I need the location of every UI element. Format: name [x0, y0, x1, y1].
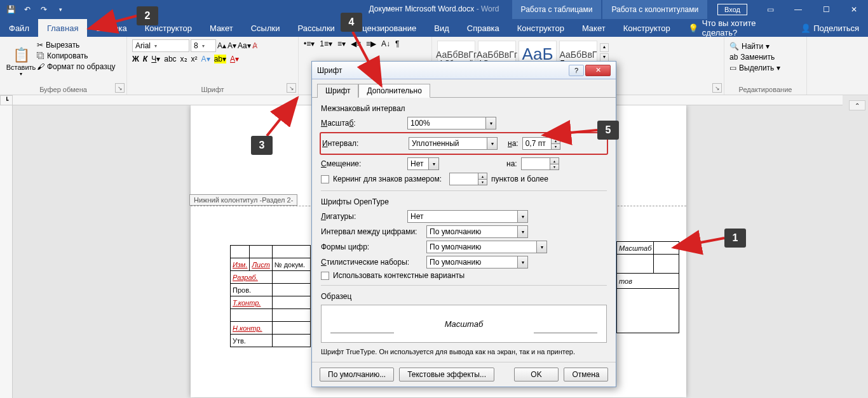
font-dialog-launcher[interactable]: ↘ [287, 83, 296, 93]
copy-button[interactable]: ⿻Копировать [37, 51, 116, 60]
scale-select[interactable]: 100%▾ [407, 117, 496, 129]
replace-icon: ab [729, 53, 738, 62]
close-icon[interactable]: ✕ [840, 0, 868, 19]
replace-button[interactable]: abЗаменить [729, 53, 801, 62]
sign-in-button[interactable]: Вход [717, 4, 747, 15]
position-label: Смещение: [321, 159, 403, 168]
tab-mailings[interactable]: Рассылки [288, 19, 343, 37]
number-forms-label: Формы цифр: [321, 242, 403, 251]
tab-header-design[interactable]: Конструктор [614, 19, 679, 37]
grow-font-icon[interactable]: A▴ [217, 41, 226, 50]
collapse-ribbon-icon[interactable]: ⌃ [849, 100, 865, 110]
strike-button[interactable]: abc [164, 55, 176, 63]
group-label-font: Шрифт [201, 86, 224, 93]
ribbon-tabs: Файл Главная Вставка Конструктор Макет С… [0, 19, 868, 37]
ribbon-options-icon[interactable]: ▭ [756, 0, 784, 19]
clipboard-launcher[interactable]: ↘ [115, 83, 125, 93]
tab-help[interactable]: Справка [458, 19, 508, 37]
callout-4: 4 [341, 13, 362, 32]
contextual-tab-headers[interactable]: Работа с колонтитулами [602, 0, 707, 19]
gost-stamp-right[interactable]: Масштаб тов [616, 241, 679, 333]
title-bar: 💾 ↶ ↷ ▾ Документ Microsoft Word.docx - W… [0, 0, 868, 19]
kerning-label: Кернинг для знаков размером: [333, 175, 442, 183]
contextual-tab-tables[interactable]: Работа с таблицами [512, 0, 602, 19]
text-effects-button[interactable]: Текстовые эффекты... [399, 368, 494, 381]
font-size-combo[interactable]: 8▾ [191, 39, 216, 52]
kerning-checkbox[interactable] [321, 175, 329, 183]
find-button[interactable]: 🔍Найти ▾ [729, 42, 801, 51]
change-case-icon[interactable]: Aa▾ [238, 41, 251, 50]
undo-icon[interactable]: ↶ [20, 3, 34, 17]
kerning-spin[interactable]: ▴▾ [449, 173, 487, 185]
styles-launcher[interactable]: ↘ [712, 83, 722, 93]
show-marks-icon[interactable]: ¶ [395, 39, 399, 48]
format-painter-button[interactable]: 🖌Формат по образцу [37, 62, 116, 71]
cut-button[interactable]: ✂Вырезать [37, 41, 116, 50]
qat-customize-icon[interactable]: ▾ [53, 3, 67, 17]
maximize-icon[interactable]: ☐ [812, 0, 840, 19]
tab-view[interactable]: Вид [425, 19, 458, 37]
ok-button[interactable]: OK [514, 368, 559, 381]
dialog-tab-advanced[interactable]: Дополнительно [358, 84, 430, 98]
footer-section-tag: Нижний колонтитул -Раздел 2- [189, 194, 297, 206]
indent-icon[interactable]: ≡▶ [366, 39, 376, 48]
number-spacing-select[interactable]: По умолчанию▾ [426, 225, 528, 238]
spacing-select[interactable]: Уплотненный▾ [409, 137, 498, 150]
bold-button[interactable]: Ж [132, 55, 139, 63]
contextual-checkbox[interactable] [321, 272, 329, 280]
tell-me-search[interactable]: 💡 Что вы хотите сделать? [679, 19, 792, 37]
tab-references[interactable]: Ссылки [242, 19, 289, 37]
save-icon[interactable]: 💾 [4, 3, 18, 17]
dialog-help-icon[interactable]: ? [569, 65, 584, 76]
dialog-titlebar[interactable]: Шрифт ? ✕ [312, 62, 616, 79]
dialog-close-icon[interactable]: ✕ [585, 65, 611, 76]
stylistic-sets-select[interactable]: По умолчанию▾ [426, 256, 528, 269]
minimize-icon[interactable]: — [784, 0, 812, 19]
position-by-label: на: [506, 159, 517, 168]
cursor-icon: ▭ [729, 63, 736, 72]
tab-layout[interactable]: Макет [201, 19, 242, 37]
redo-icon[interactable]: ↷ [37, 3, 51, 17]
subscript-button[interactable]: x₂ [180, 55, 187, 63]
underline-button[interactable]: Ч▾ [151, 55, 160, 63]
tab-home[interactable]: Главная [38, 19, 87, 37]
share-button[interactable]: 👤 Поделиться [792, 19, 868, 37]
italic-button[interactable]: К [143, 55, 147, 63]
set-default-button[interactable]: По умолчанию... [320, 368, 394, 381]
font-name-combo[interactable]: Arial▾ [132, 39, 189, 52]
cancel-button[interactable]: Отмена [564, 368, 608, 381]
dialog-title-text: Шрифт [317, 66, 342, 75]
dialog-tab-font[interactable]: Шрифт [317, 84, 358, 98]
paste-button[interactable]: 📋 Вставить ▾ [5, 39, 37, 84]
number-forms-select[interactable]: По умолчанию▾ [426, 241, 547, 253]
superscript-button[interactable]: x² [191, 55, 198, 63]
font-color-button[interactable]: A▾ [230, 55, 239, 63]
vertical-ruler[interactable] [0, 105, 13, 398]
ruler-corner[interactable]: ┗ [0, 95, 13, 105]
sort-icon[interactable]: A↓ [381, 39, 390, 48]
select-button[interactable]: ▭Выделить ▾ [729, 63, 801, 72]
styles-up-icon[interactable]: ▴ [600, 43, 609, 52]
multilevel-icon[interactable]: ≡▾ [337, 39, 346, 48]
callout-5: 5 [597, 121, 619, 140]
text-effects-button[interactable]: A▾ [201, 55, 210, 63]
position-by-spin[interactable]: ▴▾ [521, 157, 559, 170]
spacing-by-spin[interactable]: 0,7 пт▴▾ [522, 137, 560, 150]
numbering-icon[interactable]: 1≡▾ [320, 39, 332, 48]
shrink-font-icon[interactable]: A▾ [227, 41, 236, 50]
gost-stamp-left[interactable]: Изм.Лист№ докум. Разраб. Пров. Т.контр. … [230, 245, 311, 347]
ligatures-select[interactable]: Нет▾ [407, 210, 528, 223]
tab-table-design[interactable]: Конструктор [508, 19, 573, 37]
tab-file[interactable]: Файл [0, 19, 38, 37]
section-opentype: Шрифты OpenType [321, 197, 607, 206]
tab-table-layout[interactable]: Макет [573, 19, 614, 37]
font-dialog: Шрифт ? ✕ Шрифт Дополнительно Межзнаковы… [311, 61, 616, 387]
position-select[interactable]: Нет▾ [407, 157, 439, 170]
tab-insert[interactable]: Вставка [87, 19, 135, 37]
bullets-icon[interactable]: •≡▾ [304, 39, 315, 48]
scale-label: Масштаб: [321, 119, 403, 128]
clear-format-icon[interactable]: A̷ [252, 41, 257, 50]
highlight-button[interactable]: ab▾ [214, 55, 226, 63]
callout-2: 2 [137, 6, 158, 25]
outdent-icon[interactable]: ◀≡ [351, 39, 361, 48]
